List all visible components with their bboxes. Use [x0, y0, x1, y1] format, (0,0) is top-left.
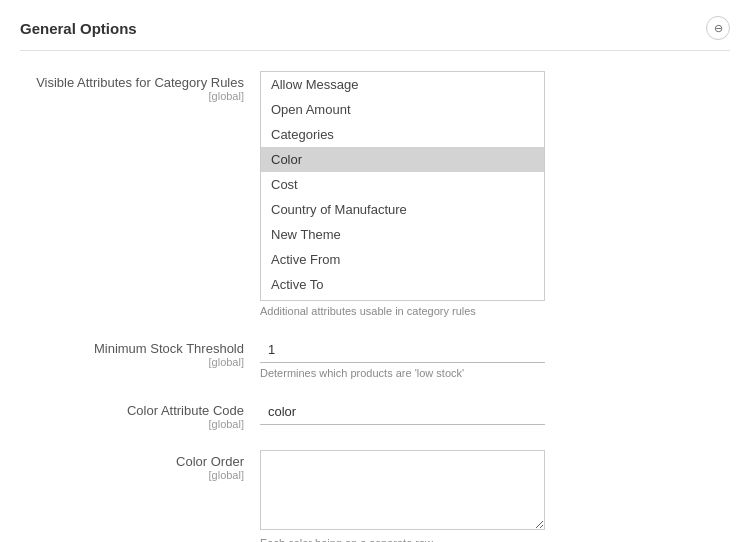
color-attribute-code-label-wrap: Color Attribute Code [global] — [20, 399, 260, 430]
color-attribute-code-content — [260, 399, 730, 425]
page-title: General Options — [20, 20, 137, 37]
visible-attributes-hint: Additional attributes usable in category… — [260, 305, 730, 317]
color-order-label-wrap: Color Order [global] — [20, 450, 260, 481]
color-attribute-code-scope: [global] — [20, 418, 244, 430]
list-item[interactable]: New Layout — [261, 297, 544, 301]
general-options-panel: General Options ⊖ Visible Attributes for… — [0, 0, 750, 542]
color-order-content: Each color being on a separate row. — [260, 450, 730, 542]
list-item[interactable]: Active From — [261, 247, 544, 272]
list-item[interactable]: Allow Message — [261, 72, 544, 97]
visible-attributes-multiselect[interactable]: Allow MessageOpen AmountCategoriesColorC… — [260, 71, 545, 301]
color-order-row: Color Order [global] Each color being on… — [20, 450, 730, 542]
color-order-textarea[interactable] — [260, 450, 545, 530]
color-order-label: Color Order — [20, 454, 244, 469]
min-stock-label-wrap: Minimum Stock Threshold [global] — [20, 337, 260, 368]
list-item[interactable]: Cost — [261, 172, 544, 197]
color-attribute-code-input[interactable] — [260, 399, 545, 425]
visible-attributes-row: Visible Attributes for Category Rules [g… — [20, 71, 730, 317]
color-order-scope: [global] — [20, 469, 244, 481]
min-stock-content: Determines which products are 'low stock… — [260, 337, 730, 379]
list-item[interactable]: Open Amount — [261, 97, 544, 122]
visible-attributes-label-wrap: Visible Attributes for Category Rules [g… — [20, 71, 260, 102]
min-stock-input[interactable] — [260, 337, 545, 363]
visible-attributes-label: Visible Attributes for Category Rules — [20, 75, 244, 90]
min-stock-hint: Determines which products are 'low stock… — [260, 367, 730, 379]
min-stock-row: Minimum Stock Threshold [global] Determi… — [20, 337, 730, 379]
list-item[interactable]: Color — [261, 147, 544, 172]
list-item[interactable]: Categories — [261, 122, 544, 147]
list-item[interactable]: Country of Manufacture — [261, 197, 544, 222]
list-item[interactable]: New Theme — [261, 222, 544, 247]
min-stock-label: Minimum Stock Threshold — [20, 341, 244, 356]
color-attribute-code-label: Color Attribute Code — [20, 403, 244, 418]
min-stock-scope: [global] — [20, 356, 244, 368]
visible-attributes-scope: [global] — [20, 90, 244, 102]
list-item[interactable]: Active To — [261, 272, 544, 297]
color-order-hint: Each color being on a separate row. — [260, 537, 730, 542]
color-attribute-code-row: Color Attribute Code [global] — [20, 399, 730, 430]
visible-attributes-content: Allow MessageOpen AmountCategoriesColorC… — [260, 71, 730, 317]
panel-header: General Options ⊖ — [20, 16, 730, 51]
collapse-button[interactable]: ⊖ — [706, 16, 730, 40]
